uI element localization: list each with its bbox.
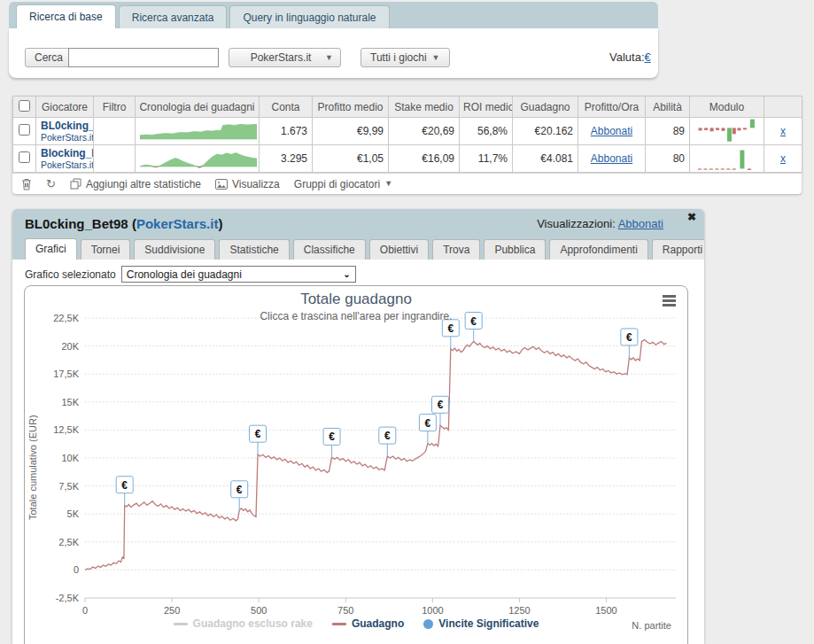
profitto-medio-cell: €1,05	[313, 145, 389, 173]
svg-text:1500: 1500	[595, 605, 616, 616]
svg-text:-2,5K: -2,5K	[56, 593, 80, 603]
svg-text:1000: 1000	[422, 605, 443, 616]
tab-trova[interactable]: Trova	[432, 239, 480, 260]
player-site-link[interactable]: PokerStars.it	[41, 159, 89, 170]
tab-obiettivi[interactable]: Obiettivi	[369, 239, 429, 260]
tab-approfondimenti[interactable]: Approfondimenti	[549, 239, 647, 260]
legend-item-guadagno[interactable]: Guadagno	[332, 617, 404, 630]
tab-ricerca-di-base[interactable]: Ricerca di base	[16, 4, 116, 28]
col-conta[interactable]: Conta	[260, 97, 313, 118]
player-name-link[interactable]: Blocking_bet98	[41, 148, 89, 159]
search-input[interactable]	[68, 48, 219, 67]
col-profitto-ora[interactable]: Profitto/Ora	[578, 97, 646, 118]
player-panel-title: BL0cking_Bet98 (PokerStars.it)	[25, 216, 222, 231]
search-tabstrip: Ricerca di base Ricerca avanzata Query i…	[9, 2, 658, 28]
player-cell: BL0cking_Bet98 PokerStars.it	[36, 118, 94, 145]
visualizzazioni-label: Visualizzazioni:	[537, 217, 616, 230]
svg-text:12,5K: 12,5K	[53, 424, 79, 435]
svg-text:€: €	[236, 484, 243, 496]
results-panel: Giocatore Filtro Cronologia dei guadagni…	[12, 96, 802, 194]
player-name-link[interactable]: BL0cking_Bet98	[41, 120, 89, 132]
refresh-button[interactable]: ↻	[46, 178, 56, 190]
legend-circle-icon	[423, 619, 433, 629]
delete-button[interactable]	[21, 178, 32, 190]
tab-classifiche[interactable]: Classifiche	[293, 239, 366, 260]
col-stake-medio[interactable]: Stake medio	[389, 97, 460, 118]
row-select-cell	[13, 118, 36, 145]
player-groups-label: Gruppi di giocatori	[294, 178, 380, 190]
valuta-label: Valuta:	[609, 50, 645, 64]
row-checkbox[interactable]	[19, 124, 30, 136]
col-cronologia[interactable]: Cronologia dei guadagni	[136, 97, 260, 118]
earnings-chart[interactable]: 22,5K20K17,5K15K12,5K10K7,5K5K2,5K0-2,5K…	[24, 285, 688, 644]
tab-tornei[interactable]: Tornei	[81, 239, 131, 260]
tab-grafici[interactable]: Grafici	[25, 238, 77, 260]
close-icon[interactable]: ✖	[687, 212, 696, 222]
col-filtro[interactable]: Filtro	[94, 97, 136, 118]
svg-text:750: 750	[337, 605, 353, 616]
valuta-setting: Valuta:€	[609, 50, 651, 64]
abbonati-link[interactable]: Abbonati	[591, 152, 632, 165]
tab-suddivisione[interactable]: Suddivisione	[134, 239, 215, 260]
site-dropdown-label: PokerStars.it	[236, 51, 325, 64]
chevron-down-icon: ▼	[432, 54, 440, 62]
chart-menu-icon[interactable]	[663, 295, 676, 308]
chevron-down-icon: ▼	[384, 180, 392, 188]
guadagno-cell: €20.162	[513, 118, 578, 145]
select-all-checkbox[interactable]	[19, 100, 30, 112]
roi-medio-cell: 56,8%	[460, 118, 513, 145]
col-abilita[interactable]: Abilità	[646, 97, 690, 118]
row-checkbox[interactable]	[19, 151, 30, 163]
svg-text:5K: 5K	[67, 508, 80, 519]
remove-row-link[interactable]: x	[780, 125, 786, 137]
svg-text:0: 0	[82, 605, 88, 616]
col-profitto-medio[interactable]: Profitto medio	[313, 97, 389, 118]
chart-title: Totale guadagno	[25, 291, 687, 308]
x-axis-title: N. partite	[632, 620, 671, 631]
player-site-link[interactable]: PokerStars.it	[41, 132, 89, 143]
search-panel: Ricerca di base Ricerca avanzata Query i…	[9, 2, 658, 78]
table-row: Blocking_bet98 PokerStars.it 3.295 €1,05…	[13, 145, 802, 173]
add-statistics-button[interactable]: Aggiungi altre statistiche	[70, 178, 201, 190]
remove-row-link[interactable]: x	[780, 152, 786, 165]
legend-item-guadagno-escluso-rake[interactable]: Guadagno escluso rake	[174, 617, 313, 630]
col-roi-medio[interactable]: ROI medio	[460, 97, 513, 118]
filtro-cell	[94, 118, 136, 145]
table-header-row: Giocatore Filtro Cronologia dei guadagni…	[13, 97, 802, 118]
guadagno-cell: €4.081	[513, 145, 578, 173]
remove-cell: x	[764, 145, 802, 173]
legend-line-icon	[174, 623, 188, 625]
player-groups-dropdown[interactable]: Gruppi di giocatori ▼	[294, 178, 392, 190]
site-dropdown[interactable]: PokerStars.it ▼	[229, 48, 341, 67]
visualizzazioni-abbonati-link[interactable]: Abbonati	[618, 217, 663, 230]
tab-pubblica[interactable]: Pubblica	[484, 239, 546, 260]
svg-text:10K: 10K	[61, 453, 79, 463]
legend-item-vincite-significative[interactable]: Vincite Significative	[423, 617, 539, 630]
tab-ricerca-avanzata[interactable]: Ricerca avanzata	[119, 5, 228, 28]
tab-query-linguaggio-naturale[interactable]: Query in linguaggio naturale	[229, 5, 389, 28]
visualizza-button[interactable]: Visualizza	[215, 178, 280, 190]
player-title-site-link[interactable]: PokerStars.it	[136, 216, 219, 231]
col-modulo[interactable]: Modulo	[690, 97, 764, 118]
valuta-currency-link[interactable]: €	[645, 50, 651, 64]
tab-rapporti[interactable]: Rapporti	[652, 239, 704, 260]
visualizzazioni: Visualizzazioni: Abbonati	[537, 217, 663, 230]
svg-text:250: 250	[164, 605, 180, 616]
col-guadagno[interactable]: Guadagno	[513, 97, 578, 118]
games-dropdown[interactable]: Tutti i giochi ▼	[360, 48, 450, 67]
add-statistics-label: Aggiungi altre statistiche	[86, 178, 201, 190]
player-panel-tabs: Grafici Tornei Suddivisione Statistiche …	[12, 237, 704, 260]
roi-medio-cell: 11,7%	[460, 145, 513, 173]
paren-close: )	[218, 216, 222, 231]
filtro-cell	[94, 145, 136, 173]
svg-text:€: €	[425, 417, 431, 430]
cerca-button[interactable]: Cerca	[25, 48, 73, 67]
tab-statistiche[interactable]: Statistiche	[219, 239, 289, 260]
svg-text:€: €	[121, 479, 128, 492]
chart-selector[interactable]: Cronologia dei guadagni ⌄	[121, 266, 356, 283]
chart-selector-label: Grafico selezionato	[25, 268, 116, 281]
trash-icon	[21, 178, 32, 190]
add-statistics-icon	[70, 178, 81, 190]
abbonati-link[interactable]: Abbonati	[591, 125, 632, 137]
col-giocatore[interactable]: Giocatore	[36, 97, 94, 118]
